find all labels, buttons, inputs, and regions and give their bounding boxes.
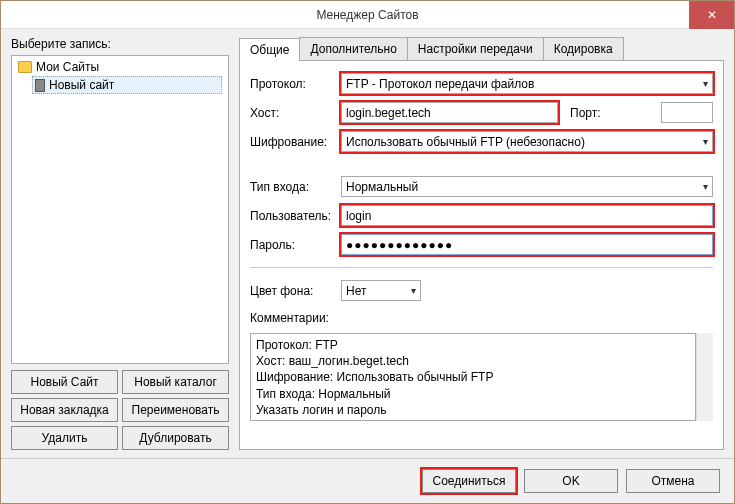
comment-line: Протокол: FTP: [256, 337, 690, 353]
logon-label: Тип входа:: [250, 180, 335, 194]
comment-line: Хост: ваш_логин.beget.tech: [256, 353, 690, 369]
server-icon: [35, 79, 45, 92]
ok-button[interactable]: OK: [524, 469, 618, 493]
new-site-button[interactable]: Новый Сайт: [11, 370, 118, 394]
row-host: Хост: Порт:: [250, 102, 713, 123]
protocol-value: FTP - Протокол передачи файлов: [346, 77, 534, 91]
host-label: Хост:: [250, 106, 335, 120]
dialog-footer: Соединиться OK Отмена: [1, 458, 734, 503]
cancel-button[interactable]: Отмена: [626, 469, 720, 493]
comments-label: Комментарии:: [250, 311, 713, 325]
new-folder-button[interactable]: Новый каталог: [122, 370, 229, 394]
right-panel: Общие Дополнительно Настройки передачи К…: [239, 37, 724, 450]
tree-root[interactable]: Мои Сайты: [18, 60, 222, 74]
bgcolor-value: Нет: [346, 284, 366, 298]
chevron-down-icon: ▾: [703, 181, 708, 192]
encryption-select[interactable]: Использовать обычный FTP (небезопасно) ▾: [341, 131, 713, 152]
comments-scrollbar[interactable]: [696, 333, 713, 421]
host-input[interactable]: [341, 102, 558, 123]
new-bookmark-button[interactable]: Новая закладка: [11, 398, 118, 422]
user-label: Пользователь:: [250, 209, 335, 223]
row-encryption: Шифрование: Использовать обычный FTP (не…: [250, 131, 713, 152]
chevron-down-icon: ▾: [411, 285, 416, 296]
rename-button[interactable]: Переименовать: [122, 398, 229, 422]
close-icon: ✕: [707, 8, 717, 22]
encryption-value: Использовать обычный FTP (небезопасно): [346, 135, 585, 149]
tab-general-pane: Протокол: FTP - Протокол передачи файлов…: [239, 61, 724, 450]
row-protocol: Протокол: FTP - Протокол передачи файлов…: [250, 73, 713, 94]
site-tree[interactable]: Мои Сайты Новый сайт: [11, 55, 229, 364]
bgcolor-select[interactable]: Нет ▾: [341, 280, 421, 301]
tab-advanced[interactable]: Дополнительно: [299, 37, 407, 60]
site-manager-window: Менеджер Сайтов ✕ Выберите запись: Мои С…: [0, 0, 735, 504]
duplicate-button[interactable]: Дублировать: [122, 426, 229, 450]
close-button[interactable]: ✕: [689, 1, 734, 29]
comment-line: Тип входа: Нормальный: [256, 386, 690, 402]
port-label: Порт:: [570, 106, 655, 120]
row-user: Пользователь:: [250, 205, 713, 226]
comment-line: Шифрование: Использовать обычный FTP: [256, 369, 690, 385]
row-logon: Тип входа: Нормальный ▾: [250, 176, 713, 197]
select-entry-label: Выберите запись:: [11, 37, 229, 51]
logon-select[interactable]: Нормальный ▾: [341, 176, 713, 197]
port-input[interactable]: [661, 102, 713, 123]
site-buttons: Новый Сайт Новый каталог Новая закладка …: [11, 370, 229, 450]
bgcolor-label: Цвет фона:: [250, 284, 335, 298]
tab-charset[interactable]: Кодировка: [543, 37, 624, 60]
tree-item-label: Новый сайт: [49, 78, 114, 92]
left-panel: Выберите запись: Мои Сайты Новый сайт Но…: [11, 37, 229, 450]
row-password: Пароль:: [250, 234, 713, 255]
password-label: Пароль:: [250, 238, 335, 252]
separator: [250, 267, 713, 268]
chevron-down-icon: ▾: [703, 136, 708, 147]
tab-transfer[interactable]: Настройки передачи: [407, 37, 544, 60]
encryption-label: Шифрование:: [250, 135, 335, 149]
comment-line: Указать логин и пароль: [256, 402, 690, 418]
folder-icon: [18, 61, 32, 73]
delete-button[interactable]: Удалить: [11, 426, 118, 450]
chevron-down-icon: ▾: [703, 78, 708, 89]
row-bgcolor: Цвет фона: Нет ▾: [250, 280, 713, 301]
logon-value: Нормальный: [346, 180, 418, 194]
protocol-select[interactable]: FTP - Протокол передачи файлов ▾: [341, 73, 713, 94]
comments-textarea[interactable]: Протокол: FTP Хост: ваш_логин.beget.tech…: [250, 333, 696, 421]
password-input[interactable]: [341, 234, 713, 255]
titlebar: Менеджер Сайтов ✕: [1, 1, 734, 29]
user-input[interactable]: [341, 205, 713, 226]
window-title: Менеджер Сайтов: [316, 8, 418, 22]
dialog-body: Выберите запись: Мои Сайты Новый сайт Но…: [1, 29, 734, 458]
tab-general[interactable]: Общие: [239, 38, 300, 61]
tabbar: Общие Дополнительно Настройки передачи К…: [239, 37, 724, 61]
connect-button[interactable]: Соединиться: [422, 469, 516, 493]
tree-root-label: Мои Сайты: [36, 60, 99, 74]
protocol-label: Протокол:: [250, 77, 335, 91]
tree-item-new-site[interactable]: Новый сайт: [32, 76, 222, 94]
